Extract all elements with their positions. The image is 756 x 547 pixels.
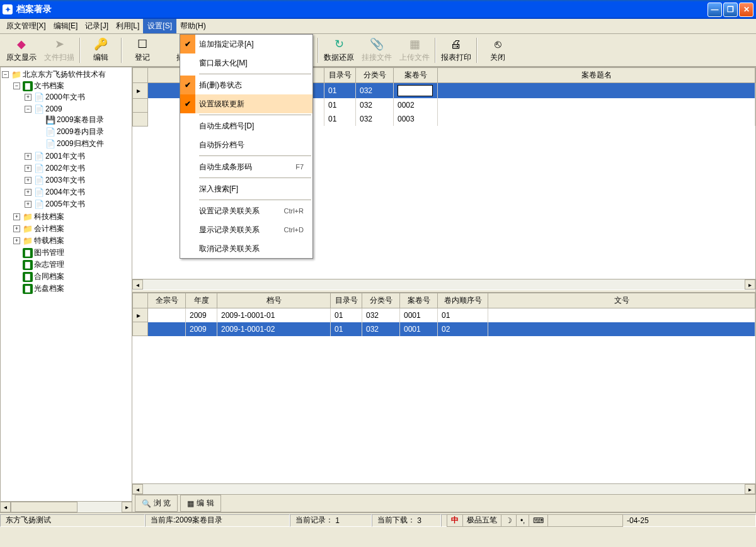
column-header[interactable]: 文号: [488, 293, 755, 308]
ime-keyboard-icon[interactable]: ⌨: [529, 515, 548, 526]
ime-moon-icon[interactable]: ☽: [501, 515, 517, 526]
tree-node[interactable]: +📄2003年文书: [25, 175, 130, 186]
column-header[interactable]: 案卷号: [394, 68, 438, 83]
tree-node[interactable]: +📄2002年文书: [25, 163, 130, 174]
scroll-left-icon[interactable]: ◂: [132, 279, 143, 290]
ime-cn-icon[interactable]: 中: [447, 515, 463, 526]
menu-record[interactable]: 记录[J]: [81, 20, 112, 33]
grid2-hscroll[interactable]: ◂ ▸: [132, 483, 755, 494]
table-cell[interactable]: 01: [331, 308, 362, 322]
tree-node[interactable]: ▇图书管理: [13, 247, 130, 258]
column-header[interactable]: 目录号: [324, 68, 356, 83]
tree-node[interactable]: −📄2009: [25, 104, 130, 114]
tree-node[interactable]: +📁会计档案: [13, 223, 130, 234]
tree-node[interactable]: −▇文书档案: [13, 81, 130, 91]
column-header[interactable]: 年度: [186, 293, 217, 308]
column-header[interactable]: [133, 293, 148, 308]
column-header[interactable]: 案卷号: [400, 293, 438, 308]
menu-use[interactable]: 利用[L]: [112, 20, 143, 33]
table-cell[interactable]: 01: [331, 322, 362, 336]
tree-node[interactable]: +📁科技档案: [13, 211, 130, 222]
table-cell[interactable]: 2009-1-0001-01: [217, 308, 331, 322]
dropdown-item[interactable]: ✔设置级联更新: [180, 94, 312, 113]
table-cell[interactable]: 032: [356, 98, 394, 112]
expander-icon[interactable]: +: [25, 189, 32, 196]
menu-settings[interactable]: 设置[S]: [143, 19, 176, 33]
edit-tab[interactable]: ▦编 辑: [180, 495, 220, 512]
table-cell[interactable]: [394, 83, 438, 99]
toolbar-button[interactable]: 🖨报表打印: [437, 36, 475, 65]
expander-icon[interactable]: +: [13, 237, 20, 244]
tree-node[interactable]: 📄2009卷内目录: [36, 127, 130, 137]
expander-icon[interactable]: +: [13, 225, 20, 232]
tree-node[interactable]: +📄2000年文书: [25, 92, 130, 103]
table-cell[interactable]: 0003: [394, 112, 438, 126]
table-row[interactable]: 20092009-1-0001-0201032000102: [133, 322, 755, 336]
minimize-button[interactable]: —: [707, 3, 722, 17]
table-cell[interactable]: 032: [362, 308, 400, 322]
dropdown-item[interactable]: 自动生成档号[D]: [180, 116, 312, 135]
table-cell[interactable]: [488, 308, 755, 322]
column-header[interactable]: 卷内顺序号: [438, 293, 488, 308]
dropdown-item[interactable]: 显示记录关联关系Ctrl+D: [180, 220, 312, 239]
toolbar-button[interactable]: 🔑编辑: [82, 36, 120, 65]
table-cell[interactable]: 0001: [400, 308, 438, 322]
close-button[interactable]: ✕: [739, 3, 753, 17]
column-header[interactable]: 分类号: [362, 293, 400, 308]
dropdown-item[interactable]: ✔插(删)卷状态: [180, 76, 312, 94]
table-row[interactable]: ▸20092009-1-0001-0101032000101: [133, 308, 755, 322]
table-cell[interactable]: 032: [356, 83, 394, 99]
table-cell[interactable]: 2009-1-0001-02: [217, 322, 331, 336]
menu-file[interactable]: 原文管理[X]: [3, 20, 50, 33]
toolbar-button[interactable]: ◆原文显示: [3, 36, 40, 65]
dropdown-item[interactable]: 深入搜索[F]: [180, 179, 312, 198]
tree-node[interactable]: +📄2001年文书: [25, 151, 130, 162]
column-header[interactable]: 档号: [217, 293, 331, 308]
tree-node[interactable]: 💾2009案卷目录: [36, 115, 130, 125]
cell-input[interactable]: [398, 85, 433, 96]
table-cell[interactable]: 032: [362, 322, 400, 336]
expander-icon[interactable]: +: [25, 165, 32, 172]
scroll-left-icon[interactable]: ◂: [132, 484, 143, 494]
dropdown-item[interactable]: 取消记录关联关系: [180, 239, 312, 258]
scroll-right-icon[interactable]: ▸: [745, 484, 755, 494]
expander-icon[interactable]: +: [25, 94, 32, 101]
table-cell[interactable]: 2009: [186, 308, 217, 322]
scroll-left-icon[interactable]: ◂: [0, 502, 11, 512]
tree-panel[interactable]: −📁北京东方飞扬软件技术有−▇文书档案+📄2000年文书−📄2009💾2009案…: [0, 67, 132, 502]
expander-icon[interactable]: +: [25, 177, 32, 184]
maximize-button[interactable]: ❐: [723, 3, 738, 17]
scroll-right-icon[interactable]: ▸: [745, 279, 755, 290]
expander-icon[interactable]: −: [13, 82, 20, 89]
tree-node[interactable]: +📄2004年文书: [25, 187, 130, 198]
ime-punct-icon[interactable]: •‚: [517, 515, 529, 526]
ime-bar[interactable]: 中 极品五笔 ☽ •‚ ⌨: [447, 514, 623, 527]
table-cell[interactable]: [488, 322, 755, 336]
menu-edit[interactable]: 编辑[E]: [50, 20, 82, 33]
column-header[interactable]: 全宗号: [148, 293, 186, 308]
dropdown-item[interactable]: ✔追加指定记录[A]: [180, 35, 312, 54]
table-cell[interactable]: [148, 308, 186, 322]
tree-node[interactable]: +📄2005年文书: [25, 199, 130, 210]
toolbar-button[interactable]: ↻数据还原: [320, 36, 358, 65]
expander-icon[interactable]: −: [2, 71, 9, 78]
scroll-right-icon[interactable]: ▸: [122, 502, 132, 512]
browse-tab[interactable]: 🔍浏 览: [135, 495, 178, 512]
toolbar-button[interactable]: ⎋关闭: [479, 36, 517, 65]
tree-node[interactable]: −📁北京东方飞扬软件技术有: [2, 69, 130, 80]
menu-help[interactable]: 帮助(H): [176, 20, 210, 33]
dropdown-item[interactable]: 自动生成条形码F7: [180, 157, 312, 176]
column-header[interactable]: [133, 68, 148, 83]
expander-icon[interactable]: +: [25, 201, 32, 208]
grid1-hscroll[interactable]: ◂ ▸: [132, 279, 755, 290]
toolbar-button[interactable]: ☐登记: [123, 36, 161, 65]
column-header[interactable]: 目录号: [331, 293, 362, 308]
expander-icon[interactable]: +: [25, 153, 32, 160]
tree-node[interactable]: ▇合同档案: [13, 271, 130, 282]
table-cell[interactable]: 01: [324, 98, 356, 112]
dropdown-item[interactable]: 设置记录关联关系Ctrl+R: [180, 201, 312, 220]
tree-node[interactable]: 📄2009归档文件: [36, 138, 130, 149]
dropdown-item[interactable]: 窗口最大化[M]: [180, 54, 312, 72]
table-cell[interactable]: [148, 322, 186, 336]
table-cell[interactable]: 032: [356, 112, 394, 126]
